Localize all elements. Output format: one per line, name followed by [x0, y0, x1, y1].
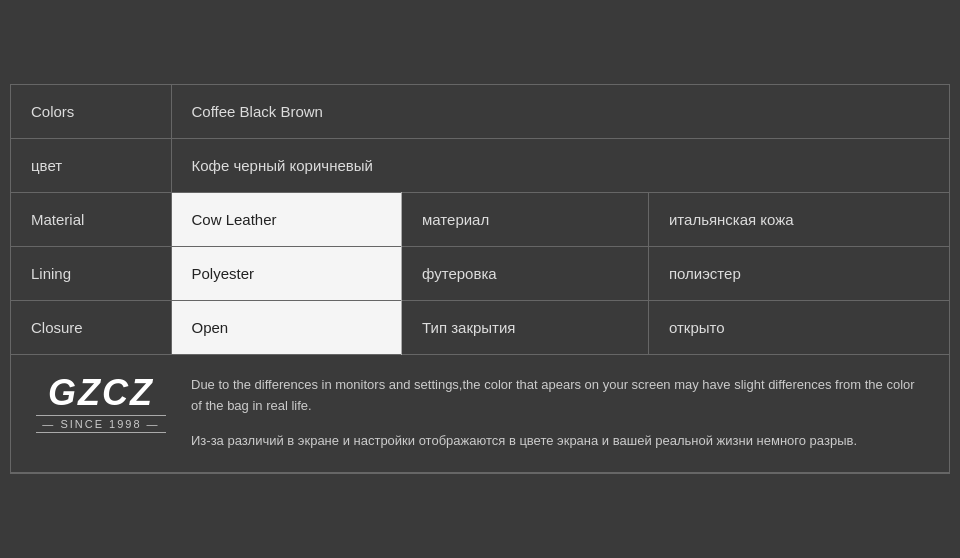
footer-cell: GZCZ — SINCE 1998 — Due to the differenc… — [11, 355, 949, 472]
closure-value-ru-label: Тип закрытия — [402, 301, 649, 355]
closure-value-ru: открыто — [648, 301, 949, 355]
lining-value-en: Polyester — [171, 247, 402, 301]
main-container: Colors Coffee Black Brown цвет Кофе черн… — [10, 84, 950, 473]
color-ru-value: Кофе черный коричневый — [171, 139, 949, 193]
lining-value-ru-label: футеровка — [402, 247, 649, 301]
footer-text-en: Due to the differences in monitors and s… — [191, 375, 929, 417]
color-ru-row: цвет Кофе черный коричневый — [11, 139, 949, 193]
footer-text-ru: Из-за различий в экране и настройки отоб… — [191, 431, 929, 452]
material-row: Material Cow Leather материал итальянска… — [11, 193, 949, 247]
material-value-ru: итальянская кожа — [648, 193, 949, 247]
colors-value: Coffee Black Brown — [171, 85, 949, 139]
material-label: Material — [11, 193, 171, 247]
product-table: Colors Coffee Black Brown цвет Кофе черн… — [11, 85, 949, 472]
color-ru-label: цвет — [11, 139, 171, 193]
footer-content: GZCZ — SINCE 1998 — Due to the differenc… — [31, 375, 929, 451]
closure-label: Closure — [11, 301, 171, 355]
logo-since: — SINCE 1998 — — [36, 415, 165, 433]
logo-gzcz: GZCZ — [48, 375, 154, 411]
colors-label: Colors — [11, 85, 171, 139]
footer-row: GZCZ — SINCE 1998 — Due to the differenc… — [11, 355, 949, 472]
logo-area: GZCZ — SINCE 1998 — — [31, 375, 171, 433]
closure-value-en: Open — [171, 301, 402, 355]
lining-label: Lining — [11, 247, 171, 301]
closure-row: Closure Open Тип закрытия открыто — [11, 301, 949, 355]
material-value-ru-label: материал — [402, 193, 649, 247]
colors-row: Colors Coffee Black Brown — [11, 85, 949, 139]
lining-row: Lining Polyester футеровка полиэстер — [11, 247, 949, 301]
lining-value-ru: полиэстер — [648, 247, 949, 301]
footer-text: Due to the differences in monitors and s… — [191, 375, 929, 451]
material-value-en: Cow Leather — [171, 193, 402, 247]
